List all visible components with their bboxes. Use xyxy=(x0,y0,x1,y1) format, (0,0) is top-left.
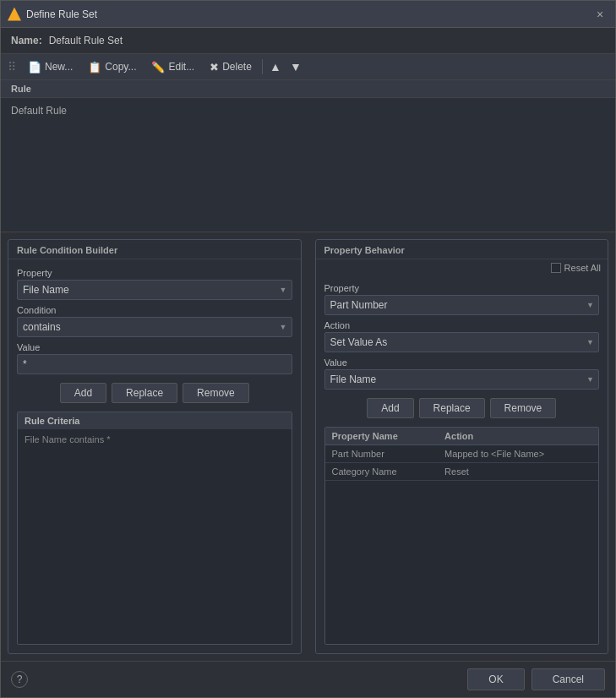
pb-value-label: Value xyxy=(324,357,600,368)
condition-add-button[interactable]: Add xyxy=(60,383,106,403)
cancel-button[interactable]: Cancel xyxy=(532,668,605,690)
pb-value-select[interactable]: File Name Part Number Category Name xyxy=(324,369,600,390)
pb-remove-button[interactable]: Remove xyxy=(490,398,557,418)
name-label: Name: xyxy=(11,35,42,46)
condition-action-buttons: Add Replace Remove xyxy=(17,383,292,403)
pb-action-field-group: Action Set Value As Reset Map to xyxy=(324,320,600,352)
property-behavior-section: Property Behavior Reset All Property Par… xyxy=(315,239,609,654)
property-label: Property xyxy=(17,268,292,278)
footer: ? OK Cancel xyxy=(1,661,615,697)
condition-remove-button[interactable]: Remove xyxy=(183,383,249,403)
pb-action-select[interactable]: Set Value As Reset Map to xyxy=(324,332,600,352)
pb-add-button[interactable]: Add xyxy=(367,398,413,418)
edit-icon: ✏️ xyxy=(151,61,165,74)
name-row: Name: Default Rule Set xyxy=(1,28,615,54)
property-table: Property Name Action Part Number Mapped … xyxy=(325,428,599,481)
pb-action-select-wrapper: Set Value As Reset Map to xyxy=(324,332,600,352)
new-icon: 📄 xyxy=(28,61,41,74)
row1-action: Mapped to <File Name> xyxy=(438,445,598,463)
row2-action: Reset xyxy=(438,463,598,481)
help-icon: ? xyxy=(17,673,23,685)
pb-property-select-wrapper: Part Number Category Name Description xyxy=(324,295,600,315)
pb-value-select-wrapper: File Name Part Number Category Name xyxy=(324,369,600,390)
toolbar-grip-icon: ⠿ xyxy=(8,60,16,74)
move-up-button[interactable]: ▲ xyxy=(266,57,285,76)
criteria-text: File Name contains * xyxy=(25,434,111,444)
row2-property: Category Name xyxy=(325,463,439,481)
value-field-group: Value xyxy=(17,342,292,374)
rule-criteria-content: File Name contains * xyxy=(18,429,292,450)
footer-buttons: OK Cancel xyxy=(467,668,605,690)
property-field-group: Property File Name Part Number Category … xyxy=(17,268,292,300)
new-button[interactable]: 📄 New... xyxy=(21,58,79,76)
default-rule-text: Default Rule xyxy=(11,105,67,117)
toolbar-separator xyxy=(262,59,263,74)
copy-button[interactable]: 📋 Copy... xyxy=(81,58,143,76)
name-value: Default Rule Set xyxy=(49,35,123,46)
copy-icon: 📋 xyxy=(88,61,101,74)
delete-button[interactable]: ✖ Delete xyxy=(203,58,259,76)
pb-action-label: Action xyxy=(324,320,600,330)
ok-button[interactable]: OK xyxy=(467,668,524,690)
delete-icon: ✖ xyxy=(210,61,219,74)
property-behavior-title: Property Behavior xyxy=(316,240,608,259)
move-down-button[interactable]: ▼ xyxy=(286,57,305,76)
rule-panel-content: Default Rule xyxy=(1,98,615,225)
condition-select-wrapper: contains equals starts with ends with xyxy=(17,317,292,337)
bottom-panels: Rule Condition Builder Property File Nam… xyxy=(1,232,615,661)
rule-condition-builder-section: Rule Condition Builder Property File Nam… xyxy=(8,239,302,654)
define-rule-set-dialog: Define Rule Set × Name: Default Rule Set… xyxy=(0,0,616,698)
reset-all-text: Reset All xyxy=(564,263,601,273)
reset-all-label[interactable]: Reset All xyxy=(551,263,601,273)
rule-panel: Rule Default Rule xyxy=(1,80,615,232)
table-row: Part Number Mapped to <File Name> xyxy=(325,445,599,463)
pb-action-buttons: Add Replace Remove xyxy=(324,398,600,418)
toolbar: ⠿ 📄 New... 📋 Copy... ✏️ Edit... ✖ Delete… xyxy=(1,54,615,80)
property-behavior-body: Property Part Number Category Name Descr… xyxy=(316,275,608,653)
reset-all-checkbox[interactable] xyxy=(551,263,561,273)
condition-field-group: Condition contains equals starts with en… xyxy=(17,305,292,337)
value-input[interactable] xyxy=(17,354,292,374)
rule-criteria-box: Rule Criteria File Name contains * xyxy=(17,412,292,645)
pb-property-label: Property xyxy=(324,283,600,293)
help-button[interactable]: ? xyxy=(11,671,28,688)
value-label: Value xyxy=(17,342,292,352)
condition-label: Condition xyxy=(17,305,292,315)
edit-button[interactable]: ✏️ Edit... xyxy=(144,58,201,76)
row1-property: Part Number xyxy=(325,445,439,463)
condition-replace-button[interactable]: Replace xyxy=(112,383,177,403)
rule-condition-builder-title: Rule Condition Builder xyxy=(8,240,301,259)
dialog-icon xyxy=(8,8,21,21)
rule-panel-header: Rule xyxy=(1,80,615,98)
pb-replace-button[interactable]: Replace xyxy=(419,398,485,418)
pb-property-field-group: Property Part Number Category Name Descr… xyxy=(324,283,600,315)
pb-value-field-group: Value File Name Part Number Category Nam… xyxy=(324,357,600,390)
rule-criteria-header: Rule Criteria xyxy=(18,412,292,429)
title-bar: Define Rule Set × xyxy=(1,1,615,28)
property-table-box: Property Name Action Part Number Mapped … xyxy=(324,427,600,645)
property-select[interactable]: File Name Part Number Category Name xyxy=(17,280,292,300)
close-button[interactable]: × xyxy=(591,6,608,23)
pb-property-select[interactable]: Part Number Category Name Description xyxy=(324,295,600,315)
table-row: Category Name Reset xyxy=(325,463,599,481)
col-property-name: Property Name xyxy=(325,428,439,445)
rule-condition-builder-body: Property File Name Part Number Category … xyxy=(8,259,301,653)
col-action: Action xyxy=(438,428,598,445)
property-select-wrapper: File Name Part Number Category Name xyxy=(17,280,292,300)
condition-select[interactable]: contains equals starts with ends with xyxy=(17,317,292,337)
dialog-title: Define Rule Set xyxy=(26,8,591,20)
reset-all-row: Reset All xyxy=(316,259,608,275)
